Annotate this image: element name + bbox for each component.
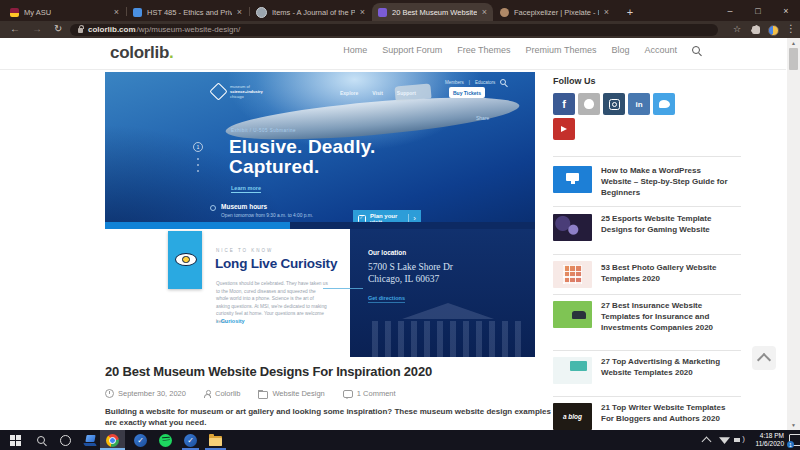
post-thumbnail[interactable] — [553, 301, 592, 328]
category-folder-icon — [258, 391, 268, 399]
post-thumbnail[interactable] — [553, 261, 592, 288]
nav-home[interactable]: Home — [343, 45, 367, 55]
nav-premium-themes[interactable]: Premium Themes — [526, 45, 597, 55]
divider — [553, 396, 741, 397]
todo-app-button[interactable]: ✓ — [128, 430, 153, 450]
facepixelizer-favicon-icon — [500, 8, 509, 17]
nav-account[interactable]: Account — [644, 45, 677, 55]
browser-tab[interactable]: My ASU × — [4, 3, 125, 21]
museum-educators-link[interactable]: Educators — [475, 80, 495, 85]
article-author[interactable]: Colorlib — [215, 389, 240, 398]
divider — [553, 350, 741, 351]
chrome-taskbar-button[interactable] — [100, 430, 125, 450]
buy-tickets-button[interactable]: Buy Tickets — [449, 87, 485, 98]
cortana-button[interactable] — [53, 430, 78, 450]
reload-icon[interactable]: ↻ — [54, 24, 62, 34]
article-comments[interactable]: 1 Comment — [357, 389, 396, 398]
window-minimize-button[interactable]: – — [716, 0, 744, 21]
browser-tab[interactable]: HST 485 - Ethics and Privacy As × — [127, 3, 248, 21]
post-thumbnail[interactable] — [553, 166, 592, 193]
check-circle-icon: ✓ — [184, 434, 197, 447]
nav-free-themes[interactable]: Free Themes — [457, 45, 510, 55]
date-clock-icon — [105, 389, 114, 398]
github-icon[interactable] — [578, 93, 600, 115]
tab-close-icon[interactable]: × — [360, 8, 365, 17]
browser-tab[interactable]: Facepixelizer | Pixelate - Blur - A × — [494, 3, 615, 21]
facebook-icon[interactable]: f — [553, 93, 575, 115]
tray-date: 11/6/2020 — [742, 440, 784, 448]
new-tab-button[interactable]: + — [622, 4, 638, 20]
action-center-button[interactable]: 1 — [783, 430, 800, 450]
cortana-icon — [60, 435, 71, 446]
tab-close-icon[interactable]: × — [604, 8, 609, 17]
article-category[interactable]: Website Design — [272, 389, 324, 398]
eye-icon — [175, 253, 197, 266]
profile-avatar[interactable] — [768, 25, 779, 36]
slide-indicator: 1 — [193, 142, 203, 152]
nav-support-forum[interactable]: Support Forum — [382, 45, 442, 55]
sidebar-post-link[interactable]: 25 Esports Website Template Designs for … — [601, 213, 729, 235]
window-maximize-button[interactable]: □ — [744, 0, 772, 21]
museum-members-link[interactable]: Members — [445, 80, 464, 85]
scrollbar-down-arrow[interactable]: ▼ — [787, 420, 800, 430]
forward-icon[interactable]: → — [32, 24, 42, 34]
instagram-icon[interactable] — [603, 93, 625, 115]
post-thumbnail[interactable] — [553, 214, 592, 241]
hero-headline: Elusive. Deadly. Captured. — [229, 137, 375, 177]
window-close-button[interactable]: × — [772, 0, 800, 21]
get-directions-link[interactable]: Get directions — [368, 295, 405, 303]
slider-dot[interactable] — [197, 158, 199, 160]
share-link[interactable]: Share — [476, 115, 489, 121]
slider-dot[interactable] — [197, 170, 199, 172]
learn-more-link[interactable]: Learn more — [231, 185, 261, 193]
comment-bubble-icon — [343, 390, 353, 398]
museum-building-columns — [372, 321, 522, 357]
curiosity-link[interactable]: ›Curiosity — [216, 318, 245, 324]
hero-kicker: Exhibit / U-505 Submarine — [231, 128, 296, 133]
sidebar-post-link[interactable]: 21 Top Writer Website Templates For Blog… — [601, 402, 729, 424]
search-icon[interactable] — [692, 46, 700, 54]
browser-tab[interactable]: Items - A Journal of the Plague Y × — [250, 3, 371, 21]
scrollbar-up-arrow[interactable]: ▲ — [787, 38, 800, 48]
post-thumbnail[interactable]: a blog — [553, 403, 592, 430]
address-bar[interactable]: colorlib.com/wp/museum-website-design/ — [70, 24, 718, 36]
hours-clock-icon — [210, 205, 216, 211]
tab-close-icon[interactable]: × — [114, 8, 119, 17]
tab-close-icon[interactable]: × — [482, 8, 487, 17]
sidebar-post-link[interactable]: 27 Top Advertising & Marketing Website T… — [601, 356, 729, 378]
youtube-icon[interactable] — [553, 118, 575, 140]
sidebar-post-link[interactable]: 27 Best Insurance Website Templates for … — [601, 300, 729, 333]
museum-nav-explore[interactable]: Explore — [340, 90, 358, 96]
post-thumbnail[interactable] — [553, 357, 592, 384]
taskbar-clock[interactable]: 4:18 PM 11/6/2020 — [742, 432, 784, 448]
sidebar-post-link[interactable]: 53 Best Photo Gallery Website Templates … — [601, 262, 729, 284]
bookmark-star-icon[interactable]: ☆ — [733, 24, 741, 34]
todo-app-button-2[interactable]: ✓ — [178, 430, 203, 450]
scrollbar-track[interactable] — [787, 38, 800, 430]
scrollbar-thumb[interactable] — [789, 48, 798, 70]
screen: My ASU × HST 485 - Ethics and Privacy As… — [0, 0, 800, 450]
msi-cube-icon — [209, 82, 227, 100]
info-title: Long Live Curiosity — [215, 256, 337, 271]
extensions-puzzle-icon[interactable] — [752, 26, 760, 34]
linkedin-icon[interactable]: in — [628, 93, 650, 115]
twitter-icon[interactable] — [653, 93, 675, 115]
tab-close-icon[interactable]: × — [237, 8, 242, 17]
browser-tab-active[interactable]: 20 Best Museum Website Design × — [372, 3, 493, 21]
slider-dot[interactable] — [197, 164, 199, 166]
colorlib-logo[interactable]: colorlib. — [110, 43, 173, 63]
browser-menu-icon[interactable]: ⋮ — [786, 24, 796, 34]
museum-search-icon[interactable] — [500, 79, 506, 85]
museum-nav-support[interactable]: Support — [397, 90, 416, 96]
nav-blog[interactable]: Blog — [611, 45, 629, 55]
start-button[interactable] — [3, 430, 28, 450]
chevron-up-icon — [702, 437, 712, 447]
spotify-taskbar-button[interactable] — [153, 430, 178, 450]
back-icon[interactable]: ← — [10, 24, 20, 34]
sidebar-post-link[interactable]: How to Make a WordPress Website – Step-b… — [601, 165, 729, 198]
tab-title: HST 485 - Ethics and Privacy As — [147, 8, 232, 17]
taskbar-search-button[interactable] — [28, 430, 53, 450]
file-explorer-button[interactable] — [203, 430, 228, 450]
museum-nav-visit[interactable]: Visit — [372, 90, 382, 96]
scroll-to-top-button[interactable] — [752, 346, 776, 370]
